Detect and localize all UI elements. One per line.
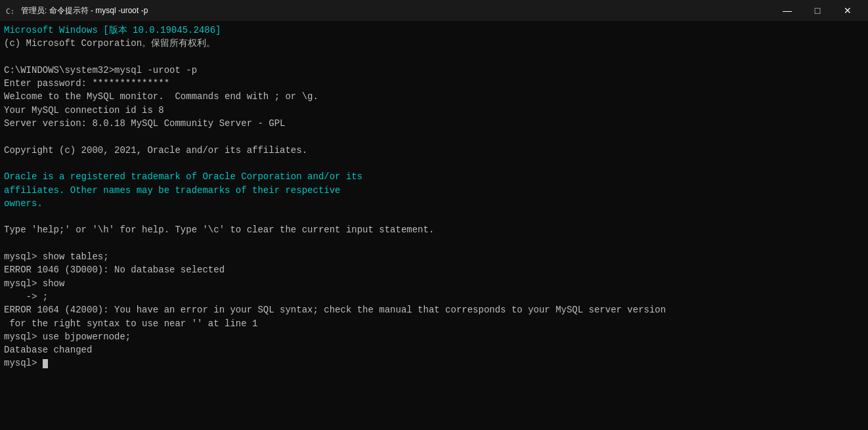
line-cmd2: mysql> show xyxy=(4,277,864,290)
line-blank5 xyxy=(4,237,864,250)
line-connid: Your MySQL connection id is 8 xyxy=(4,104,864,117)
minimize-button[interactable]: — xyxy=(772,0,802,21)
line-blank4 xyxy=(4,210,864,223)
line-err2b: for the right syntax to use near '' at l… xyxy=(4,317,864,330)
terminal-body[interactable]: Microsoft Windows [版本 10.0.19045.2486] (… xyxy=(0,21,868,430)
cursor xyxy=(43,359,48,368)
close-button[interactable]: ✕ xyxy=(833,0,863,21)
line-err2: ERROR 1064 (42000): You have an error in… xyxy=(4,303,864,316)
title-bar-left: C: 管理员: 命令提示符 - mysql -uroot -p xyxy=(5,5,148,16)
maximize-button[interactable]: □ xyxy=(802,0,833,21)
line-prompt: mysql> xyxy=(4,356,864,370)
line-oracle3: owners. xyxy=(4,197,864,210)
line-copyright2: Copyright (c) 2000, 2021, Oracle and/or … xyxy=(4,144,864,157)
line-cmd2b: -> ; xyxy=(4,290,864,303)
cmd-window: C: 管理员: 命令提示符 - mysql -uroot -p — □ ✕ Mi… xyxy=(0,0,868,430)
title-bar-title: 管理员: 命令提示符 - mysql -uroot -p xyxy=(21,5,148,16)
line-oracle2: affiliates. Other names may be trademark… xyxy=(4,184,864,197)
line-cmd3: mysql> use bjpowernode; xyxy=(4,330,864,343)
line-help: Type 'help;' or '\h' for help. Type '\c'… xyxy=(4,223,864,236)
svg-text:C:: C: xyxy=(6,7,14,16)
line-oracle1: Oracle is a registered trademark of Orac… xyxy=(4,170,864,183)
line-db-changed: Database changed xyxy=(4,343,864,356)
line-blank2 xyxy=(4,130,864,143)
cmd-icon: C: xyxy=(5,5,16,16)
line-password: Enter password: ************** xyxy=(4,77,864,90)
line-welcome: Welcome to the MySQL monitor. Commands e… xyxy=(4,90,864,103)
line-cmd1: mysql> show tables; xyxy=(4,250,864,263)
line-server-ver: Server version: 8.0.18 MySQL Community S… xyxy=(4,117,864,130)
line-command: C:\WINDOWS\system32>mysql -uroot -p xyxy=(4,64,864,77)
line-copyright: (c) Microsoft Corporation。保留所有权利。 xyxy=(4,37,864,50)
line-err1: ERROR 1046 (3D000): No database selected xyxy=(4,263,864,276)
line-blank1 xyxy=(4,51,864,64)
title-bar: C: 管理员: 命令提示符 - mysql -uroot -p — □ ✕ xyxy=(0,0,868,21)
title-bar-controls: — □ ✕ xyxy=(772,0,863,21)
line-win-version: Microsoft Windows [版本 10.0.19045.2486] xyxy=(4,24,864,37)
line-blank3 xyxy=(4,157,864,170)
